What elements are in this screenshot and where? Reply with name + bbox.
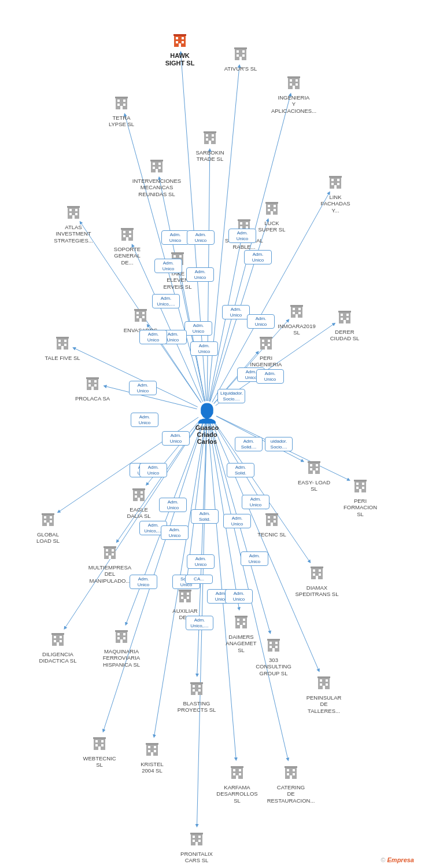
svg-rect-216 [187,597,189,599]
role-badge-10[interactable]: Adm. Unico [244,250,272,264]
role-badge-34[interactable]: CA... [185,575,213,584]
role-badge-32[interactable]: Adm. Unico [130,575,157,589]
company-node-kristel[interactable]: KRISTEL 2004 SL [129,741,175,774]
company-node-ingenieria[interactable]: INGENIERIA Y APLICACIONES... [271,74,317,114]
company-node-hawk[interactable]: HAWK SIGHT SL [157,32,203,67]
company-node-blasting[interactable]: BLASTING PROYECTS SL [173,680,220,713]
svg-rect-265 [101,744,104,746]
svg-rect-82 [331,183,334,185]
company-node-peninsular[interactable]: PENINSULAR DE TALLERES... [301,674,347,714]
svg-rect-272 [154,750,156,752]
svg-rect-257 [193,689,195,692]
svg-rect-276 [233,769,235,771]
company-node-derer[interactable]: DERER CIUDAD SL [322,308,368,342]
svg-rect-102 [274,205,276,207]
company-node-intervenciones[interactable]: INTERVENCIONES MECANICAS REUNIDAS SL [134,157,180,197]
svg-rect-150 [262,340,264,342]
role-badge-20[interactable]: uidador. Socio.... [265,437,293,451]
svg-rect-130 [298,308,301,310]
company-node-maquinaria[interactable]: MAQUINARIA FERROVIARIA HISPANICA SL [98,628,145,668]
building-icon [144,741,160,760]
svg-rect-116 [179,255,182,258]
role-badge-15[interactable]: Liquidador. Socio.... [217,389,245,403]
svg-rect-202 [112,553,114,556]
building-icon [233,613,249,632]
svg-rect-175 [359,489,361,492]
svg-rect-161 [91,387,94,390]
company-node-multiempresa[interactable]: MULTIEMPRESA DEL MANIPULADO... [87,544,133,584]
role-badge-16[interactable]: Adm. Unico [129,381,157,395]
company-node-peri_form[interactable]: PERI FORMACION SL [337,477,383,517]
company-node-tale_five[interactable]: TALE FIVE SL [39,334,86,361]
role-badge-23[interactable]: Adm. Solid. [227,463,254,477]
role-badge-5[interactable]: Adm. Unico [184,321,212,336]
company-node-tetralypse[interactable]: TETRA LYPSE SL [98,94,145,128]
company-label: EASY- LOAD SL [298,479,330,492]
svg-rect-231 [272,648,275,652]
svg-rect-144 [64,340,67,342]
role-badge-18[interactable]: Adm. Unico [162,431,190,446]
svg-rect-180 [44,520,46,523]
building-icon [91,735,108,754]
svg-rect-125 [142,316,145,318]
role-badge-2[interactable]: Adm. Unico [154,259,182,273]
company-node-catering[interactable]: CATERING DE RESTAURACION... [268,764,314,804]
company-node-ativurs[interactable]: ATIVUR'S SL [217,45,264,72]
company-label: MULTIEMPRESA DEL MANIPULADO... [88,564,131,584]
building-icon [189,830,205,849]
role-badge-22[interactable]: Adm. Unico [139,463,167,477]
svg-rect-286 [293,773,295,775]
building-icon [177,587,193,606]
company-node-atlas[interactable]: ATLAS INVESTMENT STRATEGIES... [50,204,97,244]
role-badge-7[interactable]: Adm. Unico [190,341,218,356]
role-badge-14[interactable]: Adm. Unico [256,369,284,384]
company-node-webtecnic[interactable]: WEBTECNIC SL [76,735,123,768]
svg-rect-92 [67,206,80,208]
svg-rect-242 [123,633,125,635]
role-badge-3[interactable]: Adm. Unico [186,267,214,282]
company-node-easy_load[interactable]: EASY- LOAD SL [291,459,337,492]
company-node-diamax[interactable]: DIAMAX SPEDITRANS SL [294,564,340,598]
company-node-karfama[interactable]: KARFAMA DESARROLLOS SL [214,764,260,804]
svg-rect-151 [268,340,270,342]
company-node-soporte[interactable]: SOPORTE GENERAL DE... [104,226,150,266]
building-icon [264,511,280,530]
role-badge-31[interactable]: Adm. Unico [187,554,215,569]
svg-rect-108 [240,222,242,225]
role-badge-12[interactable]: Adm. Unico [247,314,275,329]
company-node-diligencia[interactable]: DILIGENCIA DIDACTICA SL [35,631,81,664]
role-badge-27[interactable]: Adm. Unico [223,514,251,528]
company-node-303consulting[interactable]: 303 CONSULTING GROUP SL [250,637,297,676]
company-node-sarbokin[interactable]: SARBOKIN TRADE SL [187,129,233,163]
company-node-link[interactable]: LINK FACHADAS Y... [312,174,359,214]
company-node-global_load[interactable]: GLOBAL LOAD SL [25,511,71,545]
company-node-tecnic[interactable]: TECNIC SL [249,511,295,538]
company-label: INGENIERIA Y APLICACIONES... [271,94,316,114]
svg-rect-214 [187,593,189,595]
svg-rect-126 [139,318,142,322]
company-node-inmoara[interactable]: INMOARA2019 SL [274,303,320,336]
role-badge-30[interactable]: Adm. Unico [241,551,268,566]
role-badge-17[interactable]: Adm. Unico [131,413,158,427]
role-badge-36[interactable]: Adm. Unico [225,589,253,604]
role-badge-24[interactable]: Adm. Unico [242,495,269,509]
role-badge-19[interactable]: Adm. Solid.... [235,437,263,451]
role-badge-8[interactable]: Adm. Unico [139,330,167,344]
company-node-pronitalix[interactable]: PRONITALIX CARS SL [173,830,220,864]
svg-rect-262 [95,740,98,742]
role-badge-4[interactable]: Adm. Unico,.... [152,294,180,308]
role-badge-37[interactable]: Adm. Unico,.... [186,616,213,630]
svg-rect-190 [132,488,145,490]
svg-rect-53 [296,79,298,82]
company-node-prolaca[interactable]: PROLACA SA [69,375,116,402]
role-badge-29[interactable]: Adm. Unico [161,525,189,540]
role-badge-9[interactable]: Adm. Unico [228,229,256,243]
company-node-eagle_dalia[interactable]: EAGLE DALIA SL [116,486,162,520]
role-badge-1[interactable]: Adm. Unico [187,230,215,245]
role-badge-25[interactable]: Adm. Unico [159,498,187,512]
role-badge-11[interactable]: Adm. Unico [222,305,250,319]
svg-rect-288 [285,766,297,768]
role-badge-26[interactable]: Adm. Solid. [191,509,219,524]
role-badge-0[interactable]: Adm. Unico [161,230,189,245]
svg-rect-154 [265,346,267,350]
